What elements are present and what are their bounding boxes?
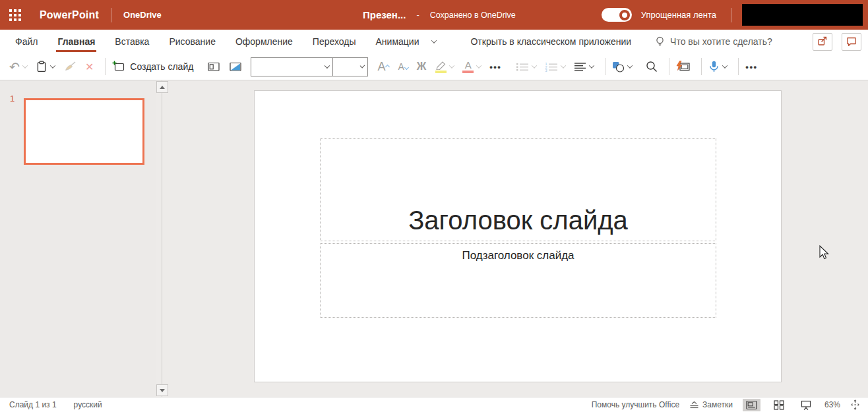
decrease-font-button[interactable]: A (398, 62, 408, 71)
editor-area: 1 Заголовок слайда Подзаголовок слайда (0, 80, 868, 397)
font-combos (251, 57, 368, 76)
header-left: PowerPoint OneDrive (0, 8, 277, 22)
thumbnail-scrollbar[interactable] (156, 80, 168, 397)
fit-slide-icon (850, 399, 860, 410)
tab-design[interactable]: Оформление (226, 30, 303, 53)
header-divider (111, 8, 111, 22)
delete-icon: ✕ (85, 61, 94, 73)
notes-toggle[interactable]: Заметки (689, 400, 733, 409)
tab-animations[interactable]: Анимации (366, 30, 429, 53)
undo-icon: ↶ (9, 61, 20, 73)
slide-thumbnail[interactable] (24, 98, 144, 165)
font-name-select[interactable] (251, 58, 333, 76)
numbering-button[interactable]: 123 (545, 62, 565, 72)
search-icon (646, 61, 658, 73)
app-launcher-icon[interactable] (8, 8, 22, 22)
font-size-input[interactable] (333, 58, 357, 76)
bullets-chevron-icon[interactable] (532, 63, 537, 68)
account-redacted-block[interactable] (742, 4, 863, 26)
shrink-font-icon: A (398, 62, 404, 71)
normal-view-button[interactable] (743, 399, 760, 411)
bullets-button[interactable] (516, 62, 536, 72)
subtitle-placeholder-text: Подзаголовок слайда (462, 244, 574, 262)
scrollbar-track[interactable] (162, 80, 162, 397)
font-name-chevron-icon[interactable] (325, 63, 330, 69)
new-slide-button[interactable]: Создать слайд (112, 61, 199, 73)
highlight-color-bar (435, 71, 447, 73)
document-title-area: Презен... - Сохранено в OneDrive (277, 9, 602, 20)
undo-button[interactable]: ↶ (9, 61, 27, 73)
improve-office-link[interactable]: Помочь улучшить Office (592, 400, 679, 409)
shapes-icon (612, 61, 625, 73)
tab-transitions[interactable]: Переходы (303, 30, 366, 53)
tell-me-box[interactable]: Что вы хотите сделать? (655, 36, 772, 47)
scroll-down-button[interactable] (156, 384, 168, 396)
font-size-select[interactable] (333, 58, 367, 76)
shrink-caret-icon (404, 65, 409, 70)
dictate-button[interactable] (708, 61, 727, 73)
toolbar-overflow-button[interactable]: ••• (745, 62, 757, 72)
font-color-button[interactable]: А (462, 60, 481, 73)
slide-canvas[interactable]: Заголовок слайда Подзаголовок слайда (254, 90, 782, 382)
storage-location[interactable]: OneDrive (123, 10, 162, 20)
slideshow-button[interactable] (797, 399, 815, 411)
delete-button[interactable]: ✕ (85, 61, 94, 73)
increase-font-button[interactable]: A (377, 61, 389, 73)
title-placeholder[interactable]: Заголовок слайда (320, 138, 716, 241)
paragraph-button[interactable] (574, 62, 594, 72)
simplified-ribbon-toggle[interactable] (602, 8, 632, 22)
language-indicator[interactable]: русский (74, 400, 102, 409)
app-header: PowerPoint OneDrive Презен... - Сохранен… (0, 0, 868, 30)
grid-view-icon (774, 400, 784, 410)
tab-draw[interactable]: Рисование (159, 30, 226, 53)
slide-sorter-view-button[interactable] (770, 399, 788, 411)
svg-text:3: 3 (545, 69, 547, 72)
paste-button[interactable] (36, 61, 55, 73)
notes-icon (689, 401, 699, 409)
design-ideas-button[interactable] (229, 61, 242, 73)
save-status[interactable]: Сохранено в OneDrive (430, 11, 516, 20)
slide-number: 1 (10, 94, 15, 103)
bullet-list-icon (516, 62, 529, 72)
paragraph-chevron-icon[interactable] (589, 63, 594, 68)
designer-icon (676, 61, 690, 73)
designer-button[interactable] (676, 61, 690, 73)
more-tabs-chevron-icon[interactable] (431, 38, 437, 43)
slide-counter[interactable]: Слайд 1 из 1 (9, 400, 57, 409)
font-color-letter: А (465, 60, 472, 70)
toolbar-divider (669, 58, 669, 75)
fit-slide-button[interactable] (850, 399, 860, 410)
toolbar-divider (605, 58, 605, 75)
share-button[interactable] (813, 33, 832, 51)
highlight-chevron-icon[interactable] (449, 63, 454, 68)
ribbon-toolbar: ↶ ✕ Создать слайд (0, 53, 868, 80)
shapes-button[interactable] (612, 61, 632, 73)
tell-me-label: Что вы хотите сделать? (670, 36, 772, 47)
layout-button[interactable] (207, 61, 220, 73)
numbering-chevron-icon[interactable] (561, 63, 566, 68)
undo-chevron-icon[interactable] (22, 63, 28, 68)
normal-view-icon (746, 400, 757, 410)
tab-file[interactable]: Файл (5, 30, 47, 53)
tab-insert[interactable]: Вставка (105, 30, 159, 53)
scroll-up-button[interactable] (156, 81, 168, 93)
open-in-desktop-link[interactable]: Открыть в классическом приложении (470, 36, 631, 47)
format-painter-button[interactable] (63, 61, 77, 73)
tab-home[interactable]: Главная (47, 30, 105, 53)
font-name-input[interactable] (251, 58, 321, 76)
dictate-chevron-icon[interactable] (722, 63, 728, 68)
font-size-chevron-icon[interactable] (359, 63, 365, 69)
highlight-button[interactable] (435, 61, 454, 73)
font-overflow-button[interactable]: ••• (489, 62, 501, 72)
font-color-chevron-icon[interactable] (476, 63, 481, 68)
app-title[interactable]: PowerPoint (40, 9, 99, 21)
bold-button[interactable]: Ж (417, 61, 426, 73)
slide-design-icon (229, 61, 242, 73)
paste-chevron-icon[interactable] (50, 63, 55, 68)
zoom-level[interactable]: 63% (824, 400, 840, 409)
find-button[interactable] (646, 61, 658, 73)
comments-button[interactable] (842, 33, 861, 51)
subtitle-placeholder[interactable]: Подзаголовок слайда (320, 243, 716, 318)
shapes-chevron-icon[interactable] (627, 63, 633, 68)
document-title[interactable]: Презен... (363, 9, 406, 20)
